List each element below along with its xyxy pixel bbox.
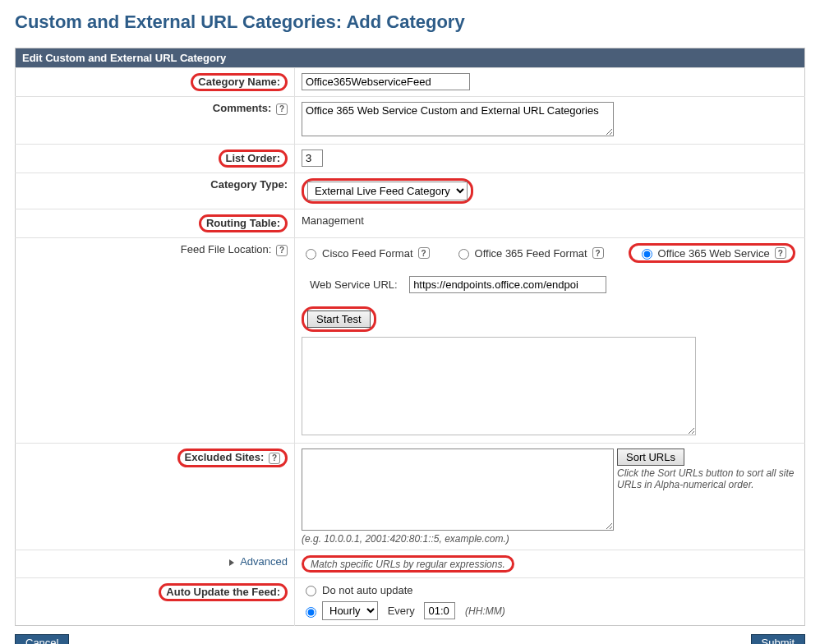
start-test-button[interactable]: Start Test [307, 310, 371, 328]
excluded-sites-hint: (e.g. 10.0.0.1, 2001:420:80:1::5, exampl… [302, 533, 798, 545]
excluded-sites-textarea[interactable] [302, 448, 614, 531]
cisco-feed-radio[interactable] [306, 249, 316, 260]
sort-urls-hint: Click the Sort URLs button to sort all s… [617, 467, 794, 490]
cancel-button[interactable]: Cancel [15, 634, 69, 644]
web-service-url-input[interactable] [409, 276, 606, 293]
every-label: Every [388, 605, 415, 617]
auto-update-freq-select[interactable]: Hourly [322, 601, 378, 620]
category-type-select[interactable]: External Live Feed Category [307, 182, 468, 200]
time-hint: (HH:MM) [465, 605, 505, 617]
submit-button[interactable]: Submit [751, 634, 805, 644]
category-name-input[interactable] [302, 73, 470, 90]
o365-feed-radio[interactable] [458, 249, 469, 260]
test-output-textarea[interactable] [302, 337, 696, 435]
no-auto-update-label: Do not auto update [322, 584, 413, 596]
o365-ws-radio[interactable] [642, 249, 652, 260]
routing-table-value: Management [302, 214, 364, 227]
auto-update-label: Auto Update the Feed: [159, 583, 288, 601]
help-icon[interactable]: ? [269, 453, 280, 464]
feed-location-label: Feed File Location: [181, 243, 272, 255]
o365-feed-label: Office 365 Feed Format [475, 247, 587, 260]
category-type-label: Category Type: [210, 178, 288, 191]
cisco-feed-label: Cisco Feed Format [322, 247, 413, 260]
help-icon[interactable]: ? [418, 247, 430, 259]
help-icon[interactable]: ? [775, 247, 786, 259]
routing-table-label: Routing Table: [199, 214, 288, 232]
web-service-url-label: Web Service URL: [310, 278, 398, 291]
section-header: Edit Custom and External URL Category [16, 48, 805, 68]
help-icon[interactable]: ? [276, 104, 288, 115]
advanced-desc: Match specific URLs by regular expressio… [311, 559, 505, 570]
list-order-label: List Order: [219, 150, 288, 168]
page-title: Custom and External URL Categories: Add … [15, 12, 805, 33]
comments-label: Comments: [213, 102, 272, 114]
comments-textarea[interactable]: Office 365 Web Service Custom and Extern… [302, 102, 614, 136]
list-order-input[interactable] [302, 150, 323, 167]
freq-auto-update-radio[interactable] [306, 607, 316, 618]
category-name-label: Category Name: [191, 73, 288, 91]
expand-icon[interactable] [229, 559, 234, 566]
no-auto-update-radio[interactable] [306, 586, 316, 596]
o365-ws-label: Office 365 Web Service [658, 247, 770, 260]
sort-urls-button[interactable]: Sort URLs [617, 448, 684, 466]
form-table: Edit Custom and External URL Category Ca… [15, 48, 805, 626]
help-icon[interactable]: ? [592, 247, 604, 259]
help-icon[interactable]: ? [276, 245, 288, 256]
auto-update-time-input[interactable] [424, 602, 455, 619]
advanced-toggle[interactable]: Advanced [240, 555, 288, 568]
excluded-sites-label: Excluded Sites: [185, 451, 265, 463]
